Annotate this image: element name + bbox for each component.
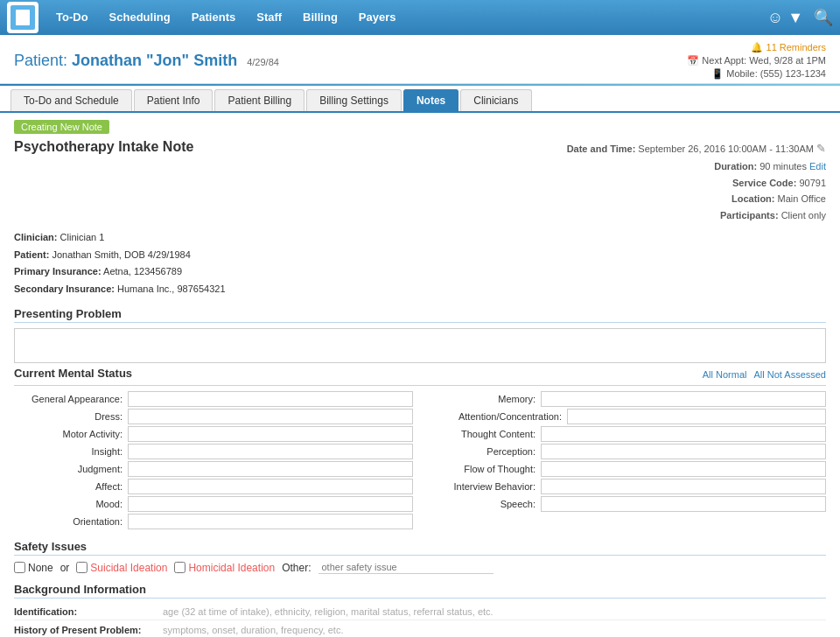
app-logo[interactable] <box>7 2 38 33</box>
safety-none-checkbox[interactable] <box>14 562 25 573</box>
tab-todo-schedule[interactable]: To-Do and Schedule <box>10 89 132 111</box>
safety-homicidal-checkbox[interactable] <box>174 562 186 573</box>
ms-input-flow-thought[interactable] <box>541 461 826 477</box>
service-code-value: 90791 <box>799 178 826 188</box>
or-label: or <box>60 562 70 574</box>
ms-input-attention[interactable] <box>567 409 826 424</box>
tab-clinicians[interactable]: Clinicians <box>460 89 531 111</box>
participants-value: Client only <box>781 210 826 220</box>
note-datetime: Date and Time: September 26, 2016 10:00A… <box>567 139 826 158</box>
note-patient-value: Jonathan Smith, DOB 4/29/1984 <box>52 249 190 260</box>
bg-label-history-present: History of Present Problem: <box>14 625 163 635</box>
all-not-assessed-link[interactable]: All Not Assessed <box>753 369 826 380</box>
secondary-ins-value: Humana Inc., 987654321 <box>117 284 226 294</box>
tab-patient-info[interactable]: Patient Info <box>134 89 214 111</box>
safety-header: Safety Issues <box>14 540 826 556</box>
ms-thought-content: Thought Content: <box>427 426 826 442</box>
ms-input-insight[interactable] <box>128 444 413 459</box>
top-navigation: To-Do Scheduling Patients Staff Billing … <box>0 0 840 35</box>
presenting-problem-input[interactable] <box>14 328 826 363</box>
user-icon[interactable]: ☺ ▼ <box>767 9 803 27</box>
tab-patient-billing[interactable]: Patient Billing <box>214 89 304 111</box>
primary-ins-label: Primary Insurance: <box>14 266 102 276</box>
mental-status-links: All Normal All Not Assessed <box>703 369 826 380</box>
date-value: September 26, 2016 10:00AM - 11:30AM <box>638 144 814 154</box>
participants-label: Participants: <box>720 210 779 220</box>
other-label: Other: <box>282 562 311 574</box>
ms-motor-activity: Motor Activity: <box>14 426 413 442</box>
ms-input-judgment[interactable] <box>128 461 413 477</box>
nav-right: ☺ ▼ 🔍 <box>767 8 833 27</box>
patient-fullname: Jonathan "Jon" Smith <box>72 52 237 69</box>
nav-patients[interactable]: Patients <box>181 0 247 35</box>
nav-todo[interactable]: To-Do <box>46 0 99 35</box>
ms-input-motor-activity[interactable] <box>128 426 413 442</box>
safety-suicidal-label[interactable]: Suicidal Ideation <box>76 562 167 574</box>
search-icon[interactable]: 🔍 <box>814 8 833 27</box>
main-content: Creating New Note Psychotherapy Intake N… <box>0 113 840 637</box>
ms-input-interview-behavior[interactable] <box>541 479 826 494</box>
next-appt: 📅 Next Appt: Wed, 9/28 at 1PM <box>687 55 826 66</box>
presenting-problem-header: Presenting Problem <box>14 307 826 323</box>
ms-input-affect[interactable] <box>128 479 413 494</box>
duration-value: 90 minutes <box>760 161 807 172</box>
ms-input-thought-content[interactable] <box>541 426 826 442</box>
bg-history-present: History of Present Problem: symptoms, on… <box>14 622 826 637</box>
ms-affect: Affect: <box>14 479 413 494</box>
edit-icon[interactable]: ✎ <box>816 142 826 155</box>
ms-label-affect: Affect: <box>14 481 128 492</box>
note-patient: Patient: Jonathan Smith, DOB 4/29/1984 <box>14 247 826 264</box>
ms-label-orientation: Orientation: <box>14 516 128 527</box>
ms-input-orientation[interactable] <box>128 514 413 529</box>
nav-billing[interactable]: Billing <box>292 0 348 35</box>
nav-staff[interactable]: Staff <box>246 0 292 35</box>
safety-none-label[interactable]: None <box>14 562 53 574</box>
background-grid: Identification: age (32 at time of intak… <box>14 604 826 637</box>
ms-input-dress[interactable] <box>128 409 413 424</box>
note-location: Location: Main Office <box>567 191 826 207</box>
mobile-number: 📱 Mobile: (555) 123-1234 <box>711 68 826 80</box>
tab-billing-settings[interactable]: Billing Settings <box>306 89 402 111</box>
ms-mood: Mood: <box>14 496 413 512</box>
edit-link[interactable]: Edit <box>809 161 826 172</box>
nav-links: To-Do Scheduling Patients Staff Billing … <box>46 0 767 35</box>
secondary-ins-label: Secondary Insurance: <box>14 284 115 294</box>
ms-label-attention: Attention/Concentration: <box>427 411 567 422</box>
suicidal-label-text: Suicidal Ideation <box>90 562 167 574</box>
clinician-label: Clinician: <box>14 232 58 242</box>
ms-general-appearance: General Appearance: <box>14 391 413 407</box>
patient-meta: 🔔 11 Reminders 📅 Next Appt: Wed, 9/28 at… <box>687 42 826 80</box>
background-header: Background Information <box>14 583 826 598</box>
ms-input-speech[interactable] <box>541 496 826 512</box>
ms-label-perception: Perception: <box>427 446 541 457</box>
all-normal-link[interactable]: All Normal <box>703 369 747 380</box>
safety-other-input[interactable] <box>318 561 494 574</box>
note-clinician: Clinician: Clinician 1 <box>14 229 826 247</box>
note-participants: Participants: Client only <box>567 207 826 224</box>
ms-right-col: Memory: Attention/Concentration: Thought… <box>427 391 826 531</box>
ms-speech: Speech: <box>427 496 826 512</box>
ms-interview-behavior: Interview Behavior: <box>427 479 826 494</box>
ms-label-flow-thought: Flow of Thought: <box>427 464 541 474</box>
ms-input-mood[interactable] <box>128 496 413 512</box>
ms-memory: Memory: <box>427 391 826 407</box>
location-value: Main Office <box>778 193 826 204</box>
mental-status-title: Current Mental Status <box>14 367 132 382</box>
note-secondary-ins: Secondary Insurance: Humana Inc., 987654… <box>14 281 826 298</box>
patient-label: Patient: <box>14 52 67 69</box>
ms-input-general-appearance[interactable] <box>128 391 413 407</box>
nav-scheduling[interactable]: Scheduling <box>99 0 181 35</box>
nav-payers[interactable]: Payers <box>348 0 407 35</box>
ms-input-perception[interactable] <box>541 444 826 459</box>
safety-homicidal-label[interactable]: Homicidal Ideation <box>174 562 275 574</box>
reminders-badge[interactable]: 🔔 11 Reminders <box>751 42 826 53</box>
patient-header: Patient: Jonathan "Jon" Smith 4/29/84 🔔 … <box>0 35 840 84</box>
note-duration: Duration: 90 minutes Edit <box>567 158 826 175</box>
ms-perception: Perception: <box>427 444 826 459</box>
ms-input-memory[interactable] <box>541 391 826 407</box>
duration-label: Duration: <box>714 161 757 172</box>
ms-dress: Dress: <box>14 409 413 424</box>
homicidal-label-text: Homicidal Ideation <box>188 562 275 574</box>
tab-notes[interactable]: Notes <box>403 89 458 111</box>
safety-suicidal-checkbox[interactable] <box>76 562 88 573</box>
